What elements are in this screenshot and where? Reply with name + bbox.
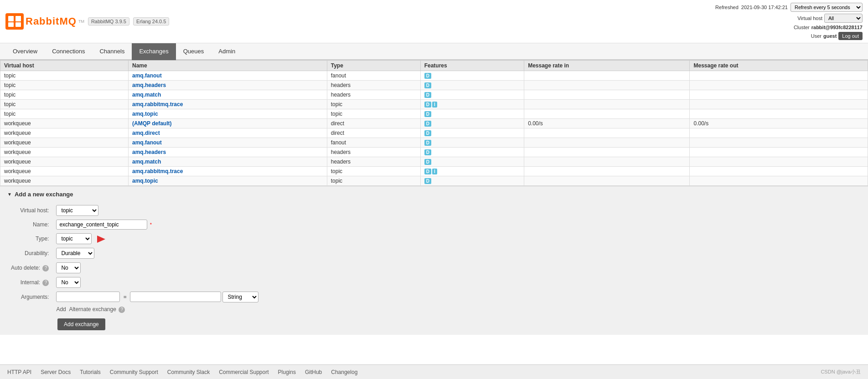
add-exchange-form: Virtual host: topic / workqueue Name: * … bbox=[7, 203, 262, 315]
svg-rect-0 bbox=[5, 13, 24, 30]
erlang-version: Erlang 24.0.5 bbox=[133, 17, 169, 26]
vhost-label: Virtual host bbox=[797, 15, 822, 21]
row-type: headers bbox=[327, 81, 420, 90]
row-vhost: workqueue bbox=[0, 148, 129, 157]
row-name[interactable]: amq.rabbitmq.trace bbox=[129, 167, 327, 176]
col-name: Name bbox=[129, 61, 327, 71]
logo-area: RabbitMQ TM RabbitMQ 3.9.5 Erlang 24.0.5 bbox=[5, 13, 169, 30]
add-exchange-button[interactable]: Add exchange bbox=[57, 318, 105, 330]
row-name[interactable]: amq.rabbitmq.trace bbox=[129, 100, 327, 109]
row-name[interactable]: amq.match bbox=[129, 157, 327, 167]
alternate-help[interactable]: ? bbox=[119, 307, 125, 313]
form-auto-delete-select[interactable]: No Yes bbox=[56, 262, 81, 273]
badge-internal: I bbox=[432, 102, 437, 108]
row-vhost: topic bbox=[0, 100, 129, 109]
row-name[interactable]: amq.match bbox=[129, 90, 327, 100]
table-row: topicamq.fanoutfanoutD bbox=[0, 71, 868, 81]
nav-channels[interactable]: Channels bbox=[92, 43, 132, 60]
required-star: * bbox=[150, 222, 152, 227]
badge-durable: D bbox=[424, 92, 431, 98]
durability-form-label: Durability: bbox=[7, 246, 52, 261]
nav-connections[interactable]: Connections bbox=[45, 43, 92, 60]
svg-rect-4 bbox=[16, 22, 21, 27]
table-row: topicamq.topictopicD bbox=[0, 109, 868, 119]
badge-internal: I bbox=[432, 169, 437, 174]
refreshed-time: 2021-09-30 17:42:21 bbox=[741, 5, 788, 10]
row-name[interactable]: (AMQP default) bbox=[129, 119, 327, 128]
nav-queues[interactable]: Queues bbox=[176, 43, 212, 60]
cluster-row: Cluster rabbit@993fc8228117 bbox=[794, 25, 863, 30]
table-row: topicamq.rabbitmq.tracetopicDI bbox=[0, 100, 868, 109]
nav-overview[interactable]: Overview bbox=[5, 43, 45, 60]
badge-durable: D bbox=[424, 140, 431, 146]
alternate-row: Add Alternate exchange ? bbox=[52, 304, 262, 315]
row-name[interactable]: amq.fanout bbox=[129, 71, 327, 81]
row-rate-in bbox=[524, 71, 690, 81]
add-link[interactable]: Add bbox=[56, 306, 66, 312]
row-rate-in bbox=[524, 90, 690, 100]
row-rate-out bbox=[690, 157, 868, 167]
auto-delete-form-cell: No Yes bbox=[52, 261, 262, 275]
badge-durable: D bbox=[424, 111, 431, 117]
row-features: DI bbox=[420, 167, 524, 176]
row-rate-out bbox=[690, 138, 868, 148]
type-form-cell: topic direct fanout headers bbox=[52, 231, 262, 246]
row-rate-in bbox=[524, 81, 690, 90]
form-durability-select[interactable]: Durable Transient bbox=[56, 248, 94, 259]
nav-exchanges[interactable]: Exchanges bbox=[132, 43, 176, 60]
row-rate-out bbox=[690, 167, 868, 176]
row-rate-in bbox=[524, 148, 690, 157]
internal-help[interactable]: ? bbox=[42, 280, 49, 286]
row-vhost: workqueue bbox=[0, 128, 129, 138]
args-type-select[interactable]: String Number Boolean List bbox=[222, 292, 258, 302]
add-exchange-toggle[interactable]: ▼ Add a new exchange bbox=[7, 191, 861, 198]
form-type-select[interactable]: topic direct fanout headers bbox=[56, 233, 92, 244]
name-input[interactable] bbox=[56, 220, 147, 230]
row-name[interactable]: amq.fanout bbox=[129, 138, 327, 148]
row-name[interactable]: amq.headers bbox=[129, 148, 327, 157]
refresh-row: Refreshed 2021-09-30 17:42:21 Refresh ev… bbox=[715, 3, 863, 12]
vhost-select[interactable]: All / topic workqueue bbox=[824, 14, 863, 23]
badge-durable: D bbox=[424, 82, 431, 88]
args-value-input[interactable] bbox=[130, 292, 221, 302]
badge-durable: D bbox=[424, 178, 431, 184]
table-row: topicamq.headersheadersD bbox=[0, 81, 868, 90]
row-name[interactable]: amq.headers bbox=[129, 81, 327, 90]
svg-rect-2 bbox=[16, 16, 21, 21]
rabbitmq-logo-icon bbox=[5, 13, 24, 30]
table-row: workqueueamq.rabbitmq.tracetopicDI bbox=[0, 167, 868, 176]
args-key-input[interactable] bbox=[56, 292, 120, 302]
row-features: D bbox=[420, 90, 524, 100]
col-vhost: Virtual host bbox=[0, 61, 129, 71]
form-internal-select[interactable]: No Yes bbox=[56, 277, 81, 288]
row-name[interactable]: amq.direct bbox=[129, 128, 327, 138]
row-name[interactable]: amq.topic bbox=[129, 109, 327, 119]
refresh-select[interactable]: Refresh every 5 seconds Refresh every 10… bbox=[790, 3, 863, 12]
table-row: workqueueamq.topictopicD bbox=[0, 176, 868, 186]
auto-delete-help[interactable]: ? bbox=[42, 265, 49, 271]
vhost-form-label: Virtual host: bbox=[7, 203, 52, 218]
row-rate-out bbox=[690, 176, 868, 186]
toggle-arrow-icon: ▼ bbox=[7, 192, 12, 197]
svg-rect-3 bbox=[8, 22, 14, 27]
row-features: D bbox=[420, 119, 524, 128]
col-features: Features bbox=[420, 61, 524, 71]
exchanges-table: Virtual host Name Type Features Message … bbox=[0, 60, 868, 186]
row-features: D bbox=[420, 176, 524, 186]
table-row: workqueueamq.matchheadersD bbox=[0, 157, 868, 167]
form-vhost-select[interactable]: topic / workqueue bbox=[56, 205, 98, 216]
row-name[interactable]: amq.topic bbox=[129, 176, 327, 186]
user-row: User guest Log out bbox=[811, 32, 863, 40]
row-features: D bbox=[420, 148, 524, 157]
logout-button[interactable]: Log out bbox=[838, 32, 863, 40]
table-row: workqueueamq.fanoutfanoutD bbox=[0, 138, 868, 148]
badge-durable: D bbox=[424, 73, 431, 79]
row-rate-in bbox=[524, 167, 690, 176]
row-type: direct bbox=[327, 128, 420, 138]
row-vhost: workqueue bbox=[0, 176, 129, 186]
cluster-value: rabbit@993fc8228117 bbox=[811, 25, 863, 30]
nav-admin[interactable]: Admin bbox=[211, 43, 243, 60]
internal-form-label: Internal: ? bbox=[7, 275, 52, 290]
name-form-cell: * bbox=[52, 218, 262, 231]
row-vhost: topic bbox=[0, 71, 129, 81]
